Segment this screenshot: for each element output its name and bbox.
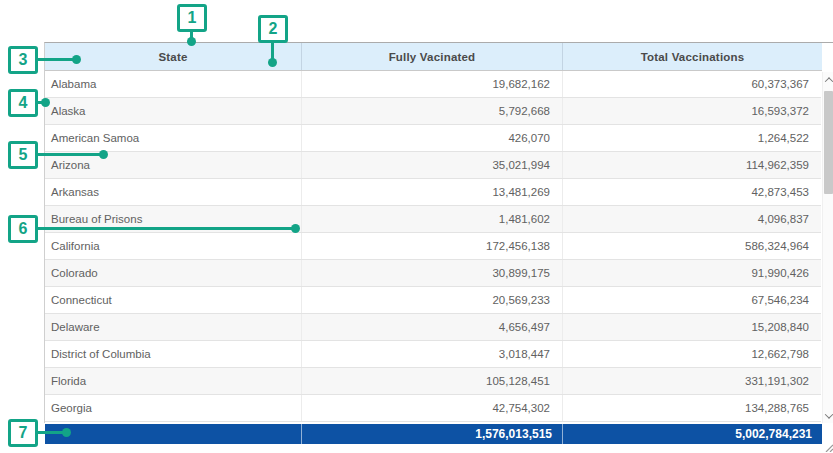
annotation-callout-7: 7 — [8, 419, 38, 447]
cell-total-vaccinations: 114,962,359 — [563, 152, 821, 178]
cell-state: District of Columbia — [45, 341, 302, 367]
cell-fully-vaccinated: 42,754,302 — [302, 395, 563, 421]
cell-total-vaccinations: 16,593,372 — [563, 98, 821, 124]
table-row[interactable]: Connecticut20,569,23367,546,234 — [45, 287, 821, 314]
cell-fully-vaccinated: 426,070 — [302, 125, 563, 151]
chevron-down-icon — [825, 410, 833, 418]
callout-1-dot — [187, 37, 196, 46]
cell-fully-vaccinated: 3,018,447 — [302, 341, 563, 367]
table-row[interactable]: Delaware4,656,49715,208,840 — [45, 314, 821, 341]
annotation-callout-5: 5 — [8, 141, 38, 169]
cell-state: Colorado — [45, 260, 302, 286]
table-row[interactable]: Florida105,128,451331,191,302 — [45, 368, 821, 395]
summary-total-vaccinations: 5,002,784,231 — [563, 424, 822, 444]
table-header-row: State Fully Vacinated Total Vaccinations — [45, 43, 822, 71]
cell-state: Florida — [45, 368, 302, 394]
table-body: Alabama19,682,16260,373,367Alaska5,792,6… — [45, 71, 821, 422]
callout-3-dot — [72, 55, 81, 64]
cell-total-vaccinations: 1,264,522 — [563, 125, 821, 151]
column-header-total-vaccinations[interactable]: Total Vaccinations — [563, 43, 822, 70]
summary-fully-vaccinated: 1,576,013,515 — [302, 424, 563, 444]
cell-total-vaccinations: 331,191,302 — [563, 368, 821, 394]
cell-state: Delaware — [45, 314, 302, 340]
resize-grip-icon[interactable] — [824, 443, 833, 452]
callout-2-dot — [268, 58, 277, 67]
cell-total-vaccinations: 4,096,837 — [563, 206, 821, 232]
vertical-scrollbar[interactable] — [822, 72, 833, 423]
cell-total-vaccinations: 42,873,453 — [563, 179, 821, 205]
scroll-down-button[interactable] — [823, 408, 833, 423]
dashboard-canvas: State Fully Vacinated Total Vaccinations… — [0, 0, 833, 453]
cell-state: California — [45, 233, 302, 259]
table-row[interactable]: Georgia42,754,302134,288,765 — [45, 395, 821, 422]
cell-total-vaccinations: 586,324,964 — [563, 233, 821, 259]
cell-fully-vaccinated: 4,656,497 — [302, 314, 563, 340]
cell-fully-vaccinated: 1,481,602 — [302, 206, 563, 232]
cell-state: American Samoa — [45, 125, 302, 151]
cell-fully-vaccinated: 35,021,994 — [302, 152, 563, 178]
cell-total-vaccinations: 134,288,765 — [563, 395, 821, 421]
annotation-callout-2: 2 — [258, 15, 288, 43]
cell-fully-vaccinated: 13,481,269 — [302, 179, 563, 205]
cell-total-vaccinations: 12,662,798 — [563, 341, 821, 367]
callout-6-line — [36, 227, 294, 230]
cell-fully-vaccinated: 20,569,233 — [302, 287, 563, 313]
annotation-callout-1: 1 — [177, 4, 207, 32]
cell-total-vaccinations: 67,546,234 — [563, 287, 821, 313]
callout-5-dot — [99, 150, 108, 159]
annotation-callout-3: 3 — [8, 46, 38, 74]
scroll-up-button[interactable] — [823, 72, 833, 87]
callout-5-line — [36, 153, 102, 156]
callout-7-line — [36, 431, 65, 434]
table-row[interactable]: District of Columbia3,018,44712,662,798 — [45, 341, 821, 368]
cell-state: Connecticut — [45, 287, 302, 313]
callout-7-dot — [62, 428, 71, 437]
cell-fully-vaccinated: 30,899,175 — [302, 260, 563, 286]
cell-total-vaccinations: 91,990,426 — [563, 260, 821, 286]
summary-state-cell — [45, 424, 302, 444]
annotation-callout-6: 6 — [8, 215, 38, 243]
table-row[interactable]: Arkansas13,481,26942,873,453 — [45, 179, 821, 206]
callout-3-line — [36, 58, 74, 61]
cell-state: Alabama — [45, 71, 302, 97]
cell-fully-vaccinated: 172,456,138 — [302, 233, 563, 259]
callout-4-dot — [41, 98, 50, 107]
table-row[interactable]: Colorado30,899,17591,990,426 — [45, 260, 821, 287]
chevron-up-icon — [825, 77, 833, 85]
cell-state: Georgia — [45, 395, 302, 421]
table-row[interactable]: American Samoa426,0701,264,522 — [45, 125, 821, 152]
cell-fully-vaccinated: 5,792,668 — [302, 98, 563, 124]
scrollbar-thumb[interactable] — [824, 91, 833, 194]
cell-state: Alaska — [45, 98, 302, 124]
column-header-fully-vaccinated[interactable]: Fully Vacinated — [302, 43, 563, 70]
cell-total-vaccinations: 15,208,840 — [563, 314, 821, 340]
cell-total-vaccinations: 60,373,367 — [563, 71, 821, 97]
table-row[interactable]: Arizona35,021,994114,962,359 — [45, 152, 821, 179]
cell-state: Arkansas — [45, 179, 302, 205]
table-row[interactable]: Alabama19,682,16260,373,367 — [45, 71, 821, 98]
cell-fully-vaccinated: 105,128,451 — [302, 368, 563, 394]
column-header-state[interactable]: State — [45, 43, 302, 70]
summary-row: 1,576,013,515 5,002,784,231 — [45, 424, 822, 444]
vaccinations-table: State Fully Vacinated Total Vaccinations… — [44, 42, 833, 423]
callout-6-dot — [291, 224, 300, 233]
annotation-callout-4: 4 — [8, 89, 38, 117]
table-row[interactable]: California172,456,138586,324,964 — [45, 233, 821, 260]
table-row[interactable]: Alaska5,792,66816,593,372 — [45, 98, 821, 125]
cell-fully-vaccinated: 19,682,162 — [302, 71, 563, 97]
